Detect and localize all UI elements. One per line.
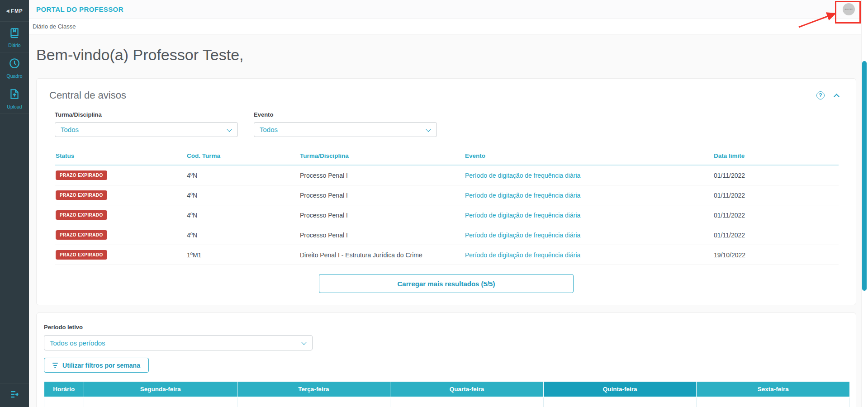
- status-badge: PRAZO EXPIRADO: [56, 250, 107, 260]
- turma-cell: Processo Penal I: [299, 205, 464, 225]
- app-logo[interactable]: ◀ FMP: [0, 0, 29, 22]
- col-header-data-limite: Data limite: [713, 146, 839, 165]
- col-header-status: Status: [55, 146, 186, 165]
- status-badge: PRAZO EXPIRADO: [56, 190, 107, 200]
- breadcrumb: Diário de Classe: [33, 23, 76, 30]
- evento-link[interactable]: Período de digitação de frequência diári…: [465, 232, 580, 239]
- table-row: PRAZO EXPIRADO 4ºN Processo Penal I Perí…: [55, 185, 839, 205]
- evento-select[interactable]: Todos: [254, 122, 437, 137]
- filter-icon: [52, 363, 58, 368]
- schedule-cell-quinta: [543, 397, 697, 407]
- sidebar-item-label: Quadro: [6, 73, 22, 79]
- sched-header-sexta: Sexta-feira: [697, 382, 850, 397]
- file-upload-icon: [9, 88, 20, 102]
- turma-cell: Direito Penal I - Estrutura Jurídica do …: [299, 245, 464, 265]
- select-value: Todos: [260, 126, 278, 133]
- fmp-emblem-icon: ◀: [6, 9, 9, 13]
- menu-expand-icon: [9, 390, 20, 401]
- turma-cell: Processo Penal I: [299, 225, 464, 245]
- select-value: Todos os períodos: [50, 339, 105, 347]
- evento-link[interactable]: Período de digitação de frequência diári…: [465, 212, 580, 219]
- col-header-turma-disciplina: Turma/Disciplina: [299, 146, 464, 165]
- sidebar-item-quadro[interactable]: Quadro: [0, 52, 29, 83]
- load-more-button[interactable]: Carregar mais resultados (5/5): [319, 274, 574, 293]
- filter-label-turma: Turma/Disciplina: [55, 111, 238, 118]
- schedule-cell-segunda: [84, 397, 237, 407]
- sidebar-item-label: Diário: [8, 43, 20, 48]
- table-row: PRAZO EXPIRADO 4ºN Processo Penal I Perí…: [55, 205, 839, 225]
- card-title: Central de avisos: [49, 90, 126, 101]
- weekly-filters-button[interactable]: Utilizar filtros por semana: [44, 358, 149, 373]
- status-badge: PRAZO EXPIRADO: [56, 230, 107, 240]
- evento-link[interactable]: Período de digitação de frequência diári…: [465, 172, 580, 179]
- sidebar-expand-toggle[interactable]: [0, 383, 29, 407]
- select-value: Todos: [61, 126, 79, 133]
- schedule-cell-terca: [237, 397, 390, 407]
- col-header-cod-turma: Cód. Turma: [186, 146, 299, 165]
- sched-header-terca: Terça-feira: [237, 382, 390, 397]
- central-de-avisos-card: Central de avisos ? Turma/Disciplina Tod…: [36, 78, 856, 305]
- cod-turma-cell: 1ºM1: [186, 245, 299, 265]
- time-slot-cell: 08:00 08:50: [44, 397, 84, 407]
- avatar-placeholder-text: AVATAR: [845, 8, 853, 10]
- schedule-card: Período letivo Todos os períodos Utiliza…: [36, 312, 856, 407]
- sidebar-item-upload[interactable]: Upload: [0, 83, 29, 114]
- sched-header-segunda: Segunda-feira: [84, 382, 237, 397]
- weekly-filters-label: Utilizar filtros por semana: [62, 362, 140, 369]
- evento-link[interactable]: Período de digitação de frequência diári…: [465, 251, 580, 259]
- sidebar: ◀ FMP Diário Quadro Upload: [0, 0, 29, 407]
- clock-icon: [9, 57, 20, 71]
- breadcrumb-bar: Diário de Classe: [29, 19, 868, 34]
- top-header-bar: PORTAL DO PROFESSOR: [29, 0, 868, 19]
- periodo-letivo-label: Período letivo: [44, 324, 849, 331]
- sched-header-quinta: Quinta-feira: [543, 382, 697, 397]
- data-limite-cell: 01/11/2022: [713, 225, 839, 245]
- data-limite-cell: 01/11/2022: [713, 205, 839, 225]
- sched-header-quarta: Quarta-feira: [390, 382, 544, 397]
- portal-do-professor-app: ◀ FMP Diário Quadro Upload: [0, 0, 868, 407]
- sched-header-horario: Horário: [44, 382, 84, 397]
- sidebar-item-label: Upload: [7, 104, 22, 109]
- data-limite-cell: 01/11/2022: [713, 185, 839, 205]
- logo-text: FMP: [11, 8, 23, 14]
- app-title: PORTAL DO PROFESSOR: [36, 5, 123, 13]
- vertical-scrollbar-track[interactable]: [861, 0, 868, 407]
- help-icon[interactable]: ?: [816, 91, 825, 99]
- schedule-cell-quarta: Direito Penal I - Estrutura Jurídica do …: [390, 397, 544, 407]
- avisos-table: Status Cód. Turma Turma/Disciplina Event…: [55, 146, 839, 265]
- turma-cell: Processo Penal I: [299, 185, 464, 205]
- welcome-heading: Bem-vindo(a) Professor Teste,: [36, 46, 868, 64]
- book-icon: [9, 27, 20, 40]
- chevron-down-icon: [227, 127, 232, 132]
- vertical-scrollbar-thumb[interactable]: [862, 61, 867, 291]
- status-badge: PRAZO EXPIRADO: [56, 210, 107, 220]
- filter-label-evento: Evento: [254, 111, 437, 118]
- schedule-cell-sexta: [697, 397, 850, 407]
- cod-turma-cell: 4ºN: [186, 165, 299, 185]
- collapse-chevron-icon[interactable]: [834, 94, 840, 99]
- cod-turma-cell: 4ºN: [186, 185, 299, 205]
- schedule-row: 08:00 08:50 Direito Penal I - Estrutura …: [44, 397, 850, 407]
- chevron-down-icon: [301, 340, 306, 345]
- data-limite-cell: 19/10/2022: [713, 245, 839, 265]
- data-limite-cell: 01/11/2022: [713, 165, 839, 185]
- turma-disciplina-select[interactable]: Todos: [55, 122, 238, 137]
- periodo-letivo-select[interactable]: Todos os períodos: [44, 335, 313, 350]
- cod-turma-cell: 4ºN: [186, 225, 299, 245]
- avisos-filters: Turma/Disciplina Todos Evento Todos: [55, 111, 843, 137]
- chevron-down-icon: [426, 127, 431, 132]
- evento-link[interactable]: Período de digitação de frequência diári…: [465, 192, 580, 199]
- status-badge: PRAZO EXPIRADO: [56, 170, 107, 180]
- table-row: PRAZO EXPIRADO 4ºN Processo Penal I Perí…: [55, 225, 839, 245]
- table-row: PRAZO EXPIRADO 4ºN Processo Penal I Perí…: [55, 165, 839, 185]
- table-row: PRAZO EXPIRADO 1ºM1 Direito Penal I - Es…: [55, 245, 839, 265]
- weekly-schedule-table: Horário Segunda-feira Terça-feira Quarta…: [44, 382, 850, 407]
- col-header-evento: Evento: [464, 146, 713, 165]
- cod-turma-cell: 4ºN: [186, 205, 299, 225]
- turma-cell: Processo Penal I: [299, 165, 464, 185]
- user-avatar-button[interactable]: AVATAR: [843, 3, 855, 15]
- sidebar-item-diario[interactable]: Diário: [0, 22, 29, 52]
- main-content: Bem-vindo(a) Professor Teste, Central de…: [29, 34, 868, 407]
